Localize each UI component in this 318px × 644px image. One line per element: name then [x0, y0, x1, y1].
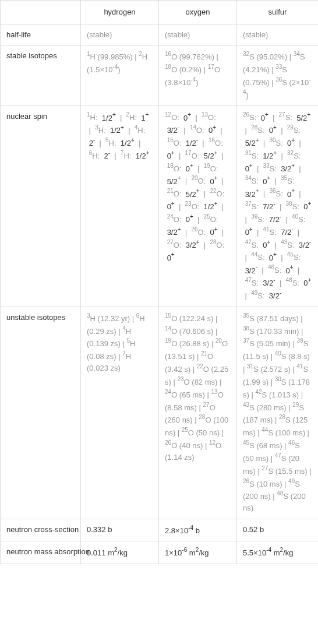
row-half-life: half-life (stable) (stable) (stable)	[1, 24, 319, 45]
nuclear-spin-sulfur: 26S: 0+ | 27S: 5/2+ | 28S: 0+ | 29S: 5/2…	[237, 106, 319, 307]
neutron-mass-absorption-oxygen: 1×10-6 m2/kg	[159, 541, 237, 564]
half-life-oxygen: (stable)	[159, 24, 237, 45]
header-row: hydrogen oxygen sulfur	[1, 1, 319, 24]
header-empty	[1, 1, 81, 24]
neutron-mass-absorption-hydrogen: 0.011 m2/kg	[81, 541, 159, 564]
stable-isotopes-oxygen: 16O (99.762%) | 18O (0.2%) | 17O (3.8×10…	[159, 45, 237, 106]
label-nuclear-spin: nuclear spin	[1, 106, 81, 307]
row-nuclear-spin: nuclear spin 1H: 1/2+ | 2H: 1+ | 3H: 1/2…	[1, 106, 319, 307]
label-half-life: half-life	[1, 24, 81, 45]
neutron-cross-section-hydrogen: 0.332 b	[81, 519, 159, 541]
unstable-isotopes-sulfur: 35S (87.51 days) | 38S (170.33 min) | 37…	[237, 307, 319, 519]
stable-isotopes-hydrogen: 1H (99.985%) | 2H (1.5×10-4)	[81, 45, 159, 106]
neutron-cross-section-sulfur: 0.52 b	[237, 519, 319, 541]
header-sulfur: sulfur	[237, 1, 319, 24]
unstable-isotopes-oxygen: 15O (122.24 s) | 14O (70.606 s) | 19O (2…	[159, 307, 237, 519]
half-life-hydrogen: (stable)	[81, 24, 159, 45]
row-unstable-isotopes: unstable isotopes 3H (12.32 yr) | 6H (0.…	[1, 307, 319, 519]
stable-isotopes-sulfur: 32S (95.02%) | 34S (4.21%) | 33S (0.75%)…	[237, 45, 319, 106]
label-unstable-isotopes: unstable isotopes	[1, 307, 81, 519]
row-stable-isotopes: stable isotopes 1H (99.985%) | 2H (1.5×1…	[1, 45, 319, 106]
row-neutron-mass-absorption: neutron mass absorption 0.011 m2/kg 1×10…	[1, 541, 319, 564]
neutron-mass-absorption-sulfur: 5.5×10-4 m2/kg	[237, 541, 319, 564]
label-stable-isotopes: stable isotopes	[1, 45, 81, 106]
header-hydrogen: hydrogen	[81, 1, 159, 24]
unstable-isotopes-hydrogen: 3H (12.32 yr) | 6H (0.29 zs) | 4H (0.139…	[81, 307, 159, 519]
header-oxygen: oxygen	[159, 1, 237, 24]
neutron-cross-section-oxygen: 2.8×10-4 b	[159, 519, 237, 541]
label-neutron-mass-absorption: neutron mass absorption	[1, 541, 81, 564]
nuclear-spin-oxygen: 12O: 0+ | 13O: 3/2- | 14O: 0+ | 15O: 1/2…	[159, 106, 237, 307]
row-neutron-cross-section: neutron cross-section 0.332 b 2.8×10-4 b…	[1, 519, 319, 541]
half-life-sulfur: (stable)	[237, 24, 319, 45]
nuclear-spin-hydrogen: 1H: 1/2+ | 2H: 1+ | 3H: 1/2+ | 4H: 2- | …	[81, 106, 159, 307]
properties-table: hydrogen oxygen sulfur half-life (stable…	[0, 0, 318, 564]
label-neutron-cross-section: neutron cross-section	[1, 519, 81, 541]
